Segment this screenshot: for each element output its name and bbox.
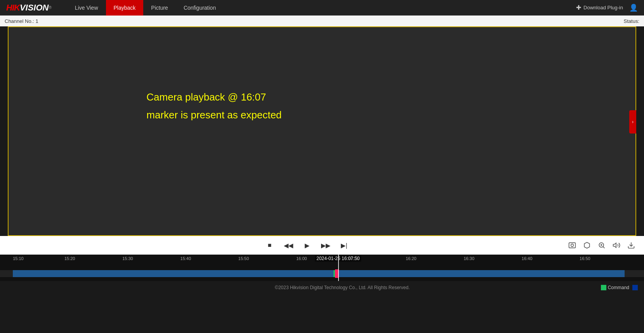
audio-button[interactable] bbox=[611, 240, 621, 250]
time-label-10: 16:50 bbox=[580, 256, 590, 261]
screenshot-button[interactable] bbox=[567, 240, 577, 250]
svg-rect-0 bbox=[569, 243, 576, 248]
time-label-8: 16:30 bbox=[463, 256, 474, 261]
plug-icon: ✚ bbox=[576, 4, 581, 11]
video-overlay: Camera playback @ 16:07 marker is presen… bbox=[146, 88, 281, 125]
timeline-track bbox=[0, 270, 644, 277]
download-plugin-button[interactable]: ✚ Download Plug-in bbox=[576, 4, 623, 11]
logo: HIKVISION® bbox=[6, 3, 52, 13]
legend-command-color bbox=[601, 285, 606, 290]
time-label-9: 16:40 bbox=[522, 256, 533, 261]
legend-area: Command bbox=[601, 285, 638, 290]
nav-live-view[interactable]: Live View bbox=[67, 0, 106, 16]
video-player: Camera playback @ 16:07 marker is presen… bbox=[8, 26, 636, 236]
playback-controls: ■ ◀◀ ▶ ▶▶ ▶| bbox=[0, 236, 644, 255]
timeline[interactable]: 15:10 15:20 15:30 15:40 15:50 16:00 16:1… bbox=[0, 255, 644, 281]
nav-configuration[interactable]: Configuration bbox=[176, 0, 224, 16]
status-bar: Channel No.: 1 Status: bbox=[0, 16, 644, 26]
tag-button[interactable] bbox=[582, 240, 592, 250]
header: HIKVISION® Live View Playback Picture Co… bbox=[0, 0, 644, 16]
legend-extra-color bbox=[632, 285, 638, 290]
logo-reg: ® bbox=[49, 5, 51, 10]
rewind-button[interactable]: ◀◀ bbox=[283, 240, 294, 251]
time-label-0: 15:10 bbox=[13, 256, 24, 261]
logo-hik: HIK bbox=[6, 3, 20, 13]
timeline-cursor bbox=[338, 255, 339, 281]
header-right: ✚ Download Plug-in 👤 bbox=[576, 3, 638, 12]
svg-line-3 bbox=[603, 246, 604, 248]
nav-playback[interactable]: Playback bbox=[106, 0, 144, 16]
svg-marker-6 bbox=[613, 243, 616, 248]
logo-vision: VISION bbox=[20, 3, 49, 13]
user-icon[interactable]: 👤 bbox=[629, 3, 638, 12]
fast-forward-button[interactable]: ▶▶ bbox=[320, 240, 331, 251]
legend-command-label: Command bbox=[608, 285, 629, 290]
download-plugin-label: Download Plug-in bbox=[583, 5, 623, 10]
time-label-3: 15:40 bbox=[181, 256, 191, 261]
channel-label: Channel No.: 1 bbox=[5, 18, 38, 24]
overlay-line1: Camera playback @ 16:07 bbox=[146, 88, 281, 106]
right-panel-toggle[interactable]: › bbox=[629, 110, 636, 134]
legend-command: Command bbox=[601, 285, 629, 290]
controls-right bbox=[567, 240, 636, 250]
skip-forward-button[interactable]: ▶| bbox=[339, 240, 350, 251]
time-label-1: 15:20 bbox=[64, 256, 75, 261]
svg-point-1 bbox=[571, 244, 574, 247]
controls-center: ■ ◀◀ ▶ ▶▶ ▶| bbox=[264, 240, 350, 251]
time-label-7: 16:20 bbox=[406, 256, 417, 261]
stop-button[interactable]: ■ bbox=[264, 240, 275, 251]
zoom-button[interactable] bbox=[597, 240, 607, 250]
play-button[interactable]: ▶ bbox=[302, 240, 312, 251]
time-label-4: 15:50 bbox=[238, 256, 249, 261]
main-nav: Live View Playback Picture Configuration bbox=[67, 0, 576, 16]
overlay-line2: marker is present as expected bbox=[146, 106, 281, 125]
download-button[interactable] bbox=[626, 240, 636, 250]
nav-picture[interactable]: Picture bbox=[143, 0, 176, 16]
time-label-2: 15:30 bbox=[122, 256, 133, 261]
footer: ©2023 Hikvision Digital Technology Co., … bbox=[0, 281, 644, 294]
recording-segment bbox=[13, 270, 625, 277]
status-label: Status: bbox=[624, 18, 639, 24]
copyright: ©2023 Hikvision Digital Technology Co., … bbox=[84, 285, 601, 290]
time-label-5: 16:00 bbox=[296, 256, 307, 261]
